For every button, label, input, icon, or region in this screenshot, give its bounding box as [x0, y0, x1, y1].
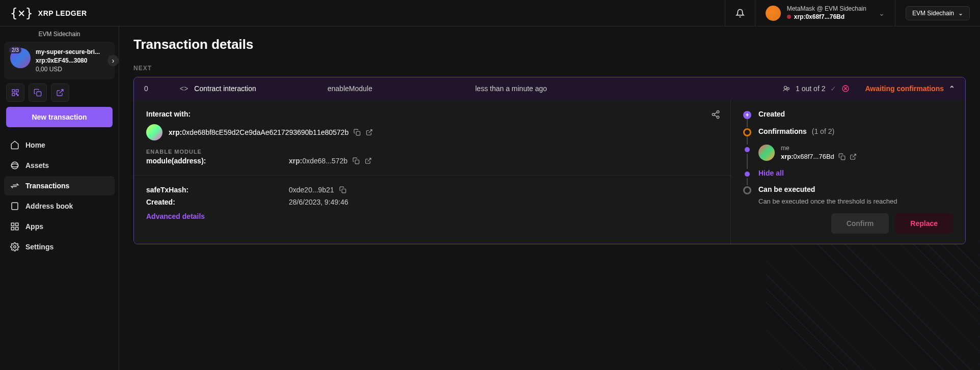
- tx-time: less than a minute ago: [475, 84, 767, 93]
- brand-logo[interactable]: {×} XRP LEDGER: [0, 6, 97, 20]
- confirm-button: Confirm: [831, 213, 889, 234]
- module-address: 0xde68...572b: [302, 157, 347, 165]
- svg-rect-9: [11, 223, 14, 226]
- transaction-header[interactable]: 0 <> Contract interaction enableModule l…: [134, 77, 965, 100]
- interact-address: 0xde68bf8cE59d2Ce9daAe6217293690b11e8057…: [182, 128, 348, 136]
- pending-ring-icon: [743, 186, 751, 194]
- divider: [134, 175, 730, 176]
- copy-icon[interactable]: [838, 153, 846, 160]
- brand-icon: {×}: [10, 6, 33, 20]
- chevron-right-icon[interactable]: ›: [107, 55, 119, 66]
- external-link-icon[interactable]: [850, 153, 857, 160]
- share-button[interactable]: [711, 110, 720, 121]
- timeline-created: Created: [758, 110, 785, 118]
- sidebar-chain-label: EVM Sidechain: [4, 26, 115, 42]
- advanced-details-link[interactable]: Advanced details: [146, 212, 718, 220]
- svg-rect-11: [11, 227, 14, 230]
- created-key: Created:: [146, 198, 279, 206]
- brand-text: XRP LEDGER: [38, 9, 87, 17]
- gear-icon: [10, 242, 19, 251]
- svg-point-6: [11, 162, 18, 169]
- section-next-label: NEXT: [133, 65, 966, 72]
- tx-nonce: 0: [144, 84, 165, 93]
- safe-name: my-super-secure-bri...: [36, 48, 108, 56]
- status-dot-icon: [787, 15, 791, 19]
- chevron-down-icon: ⌄: [958, 10, 963, 17]
- svg-rect-21: [355, 160, 359, 164]
- svg-rect-22: [342, 189, 346, 193]
- share-icon: [711, 110, 720, 119]
- contract-avatar: [146, 124, 162, 140]
- tx-timeline-panel: + Created Confirmations (1 of 2): [731, 100, 965, 244]
- svg-point-13: [14, 246, 16, 248]
- signer-me-label: me: [781, 145, 857, 153]
- svg-rect-20: [357, 131, 361, 135]
- wallet-address: 0x68f7...76Bd: [805, 13, 845, 20]
- safe-account-card[interactable]: 2/3 my-super-secure-bri... xrp:0xEF45...…: [4, 42, 115, 79]
- check-icon: ✓: [830, 84, 836, 93]
- tx-method: enableModule: [328, 84, 460, 93]
- nav-assets[interactable]: Assets: [4, 156, 115, 175]
- replace-button[interactable]: Replace: [895, 213, 953, 234]
- svg-rect-4: [17, 95, 18, 96]
- svg-rect-8: [12, 203, 18, 210]
- external-link-icon: [56, 89, 64, 97]
- address-book-icon: [10, 202, 19, 211]
- svg-rect-3: [16, 94, 17, 95]
- svg-rect-1: [16, 90, 18, 92]
- signer-address: 0x68f7...76Bd: [794, 153, 834, 160]
- svg-rect-10: [16, 223, 18, 226]
- confirmations-ring-icon: [743, 128, 751, 136]
- copy-icon[interactable]: [352, 157, 360, 164]
- apps-icon: [10, 222, 19, 231]
- notifications-button[interactable]: [725, 0, 755, 26]
- svg-point-15: [787, 88, 789, 90]
- copy-icon: [34, 89, 42, 97]
- wallet-label: MetaMask @ EVM Sidechain: [787, 5, 866, 13]
- sidebar: EVM Sidechain 2/3 my-super-secure-bri...…: [0, 26, 119, 370]
- safe-balance: 0,00 USD: [36, 65, 108, 74]
- svg-point-18: [712, 113, 715, 116]
- assets-icon: [10, 161, 19, 170]
- bell-icon: [736, 9, 745, 18]
- tx-details-panel: Interact with: xrp:0xde68bf8cE59d2Ce9daA…: [134, 100, 731, 244]
- tx-status: Awaiting confirmations: [865, 84, 944, 93]
- svg-rect-2: [12, 94, 15, 96]
- external-link-button[interactable]: [51, 83, 69, 102]
- hash-value: 0xde20...9b21: [289, 186, 334, 194]
- copy-icon[interactable]: [353, 129, 361, 136]
- execute-note: Can be executed once the threshold is re…: [758, 197, 953, 205]
- created-value: 28/6/2023, 9:49:46: [289, 198, 348, 206]
- reject-icon[interactable]: [841, 84, 850, 93]
- chevron-up-icon[interactable]: ⌃: [949, 84, 955, 93]
- nav-settings[interactable]: Settings: [4, 237, 115, 257]
- external-link-icon[interactable]: [366, 129, 373, 136]
- new-transaction-button[interactable]: New transaction: [6, 107, 113, 127]
- svg-point-19: [717, 116, 719, 119]
- chain-name: EVM Sidechain: [912, 10, 954, 17]
- transaction-card: 0 <> Contract interaction enableModule l…: [133, 77, 966, 244]
- threshold-badge: 2/3: [9, 47, 21, 53]
- metamask-icon: [766, 6, 781, 21]
- hide-all-link[interactable]: Hide all: [758, 169, 784, 177]
- nav-apps[interactable]: Apps: [4, 217, 115, 236]
- nav-address-book[interactable]: Address book: [4, 196, 115, 216]
- chevron-down-icon: ⌄: [879, 9, 885, 17]
- nav-home[interactable]: Home: [4, 135, 115, 155]
- svg-point-14: [784, 86, 786, 89]
- copy-icon[interactable]: [339, 186, 346, 193]
- main-content: Transaction details NEXT 0 <> Contract i…: [119, 26, 980, 370]
- interact-with-label: Interact with:: [146, 110, 718, 118]
- code-icon: <>: [180, 84, 188, 93]
- nav-transactions[interactable]: Transactions: [4, 176, 115, 195]
- confirmation-dot-icon: [745, 172, 750, 177]
- wallet-selector[interactable]: MetaMask @ EVM Sidechain xrp:0x68f7...76…: [755, 0, 895, 26]
- timeline-confirmations: Confirmations: [758, 127, 807, 135]
- external-link-icon[interactable]: [365, 157, 372, 164]
- qr-code-button[interactable]: [6, 83, 24, 102]
- copy-address-button[interactable]: [29, 83, 47, 102]
- tx-type: Contract interaction: [194, 84, 256, 93]
- svg-point-7: [11, 164, 18, 167]
- chain-selector[interactable]: EVM Sidechain ⌄: [895, 0, 980, 26]
- svg-rect-0: [12, 90, 15, 92]
